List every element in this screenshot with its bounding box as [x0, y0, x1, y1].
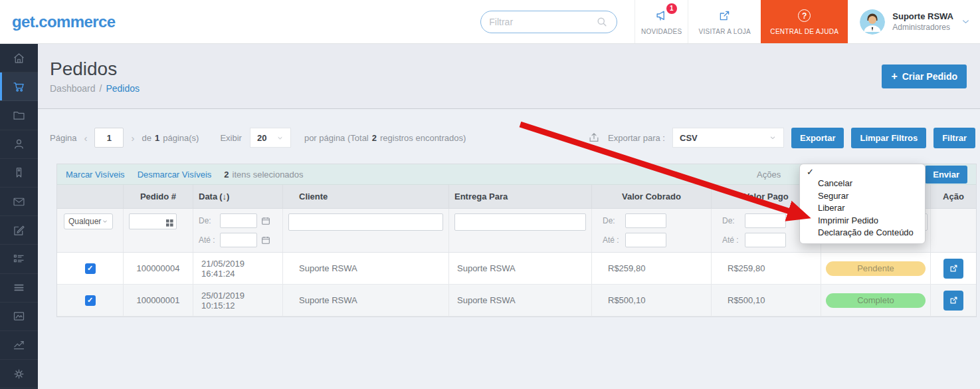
user-menu[interactable]: Suporte RSWA Administradores: [848, 0, 980, 43]
filter-type-cell: Qualquer: [57, 209, 124, 252]
total-prefix: por página (Total: [304, 133, 369, 143]
order-charged: R$500,10: [592, 285, 712, 316]
client-filter-input[interactable]: [288, 213, 443, 231]
chart-icon: [12, 338, 26, 352]
header-pedido[interactable]: Pedido #: [124, 185, 193, 208]
charged-from-label: De:: [603, 216, 621, 225]
central-ajuda-button[interactable]: CENTRAL DE AJUDA: [761, 0, 848, 43]
sidebar-item-media[interactable]: [0, 303, 38, 331]
global-search[interactable]: [480, 11, 617, 33]
avatar: [860, 9, 885, 35]
sidebar-item-reports[interactable]: [0, 331, 38, 360]
desmarcar-visiveis-link[interactable]: Desmarcar Visíveis: [138, 170, 212, 180]
exportar-button[interactable]: Exportar: [791, 128, 844, 148]
image-icon: [12, 309, 26, 323]
qualquer-value: Qualquer: [68, 217, 101, 226]
grid-icon[interactable]: [165, 219, 174, 227]
filtrar-button[interactable]: Filtrar: [933, 128, 975, 148]
qualquer-select[interactable]: Qualquer: [64, 213, 113, 229]
shipto-filter-input[interactable]: [454, 213, 586, 231]
per-page-select[interactable]: 20: [250, 128, 291, 148]
external-link-icon: [949, 263, 959, 273]
order-client: Suporte RSWA: [283, 285, 449, 316]
marcar-visiveis-link[interactable]: Marcar Visíveis: [66, 170, 125, 180]
breadcrumb-separator: /: [100, 83, 102, 94]
sidebar-item-home[interactable]: [0, 44, 38, 72]
charged-to-input[interactable]: [625, 233, 666, 247]
header-data-label: Data: [199, 192, 217, 201]
paid-to-input[interactable]: [745, 233, 786, 247]
sidebar-item-catalog[interactable]: [0, 101, 38, 130]
date-to-label: Até :: [199, 235, 217, 245]
date-to-input[interactable]: [220, 233, 257, 247]
row-checkbox[interactable]: ✓: [85, 295, 96, 306]
menu-item-declaracao-conteudo[interactable]: Declaração de Conteúdo: [800, 227, 925, 239]
selected-label: itens selecionados: [233, 170, 304, 180]
date-from-input[interactable]: [220, 213, 257, 228]
sidebar-item-forms[interactable]: [0, 245, 38, 273]
breadcrumb-current[interactable]: Pedidos: [106, 83, 140, 94]
menu-item-cancelar[interactable]: Cancelar: [800, 178, 925, 190]
breadcrumb-dashboard[interactable]: Dashboard: [50, 83, 96, 94]
sidebar-item-messages[interactable]: [0, 188, 38, 216]
visitar-loja-label: VISITAR A LOJA: [699, 28, 751, 35]
total-pages: 1: [155, 133, 159, 143]
export-format-value: CSV: [680, 133, 698, 143]
prev-page-button[interactable]: ‹: [82, 132, 88, 144]
sidebar-item-promotions[interactable]: [0, 159, 38, 188]
page-header: Pedidos Dashboard / Pedidos + Criar Pedi…: [38, 44, 980, 109]
novidades-label: NOVIDADES: [641, 28, 682, 35]
enviar-button[interactable]: Enviar: [925, 166, 967, 184]
paginas-label: página(s): [163, 133, 199, 143]
menu-item-blank[interactable]: ✓: [800, 166, 925, 178]
order-paid: R$259,80: [712, 253, 821, 284]
sidebar-item-content[interactable]: [0, 216, 38, 245]
criar-pedido-button[interactable]: + Criar Pedido: [882, 65, 967, 88]
menu-item-imprimir-pedido[interactable]: Imprimir Pedido: [800, 215, 925, 227]
header-cliente[interactable]: Cliente: [283, 185, 449, 208]
topbar: get.commerce 1 NOVIDADES: [0, 0, 980, 44]
sidebar-item-menu[interactable]: [0, 274, 38, 303]
novidades-button[interactable]: 1 NOVIDADES: [635, 0, 688, 43]
open-order-button[interactable]: [943, 259, 963, 279]
app-logo[interactable]: get.commerce: [12, 13, 116, 31]
calendar-icon[interactable]: [260, 215, 271, 226]
calendar-icon[interactable]: [260, 235, 271, 245]
filter-date-cell: De: Até :: [193, 209, 283, 252]
sidebar-item-customers[interactable]: [0, 130, 38, 159]
limpar-filtros-button[interactable]: Limpar Filtros: [851, 128, 926, 148]
total-count: 2: [372, 133, 377, 143]
paid-from-input[interactable]: [745, 213, 786, 228]
order-charged: R$259,80: [592, 253, 712, 284]
open-order-button[interactable]: [943, 291, 963, 311]
export-format-select[interactable]: CSV: [672, 128, 784, 148]
sidebar-item-settings[interactable]: [0, 360, 38, 388]
charged-from-input[interactable]: [625, 213, 666, 228]
status-badge: Completo: [826, 293, 926, 308]
user-icon: [12, 137, 26, 151]
header-data[interactable]: Data (↓): [193, 185, 283, 208]
exportar-para-label: Exportar para :: [608, 133, 665, 143]
table-row: ✓ 100000001 25/01/2019 10:15:12 Suporte …: [57, 285, 976, 317]
next-page-button[interactable]: ›: [130, 132, 136, 144]
visitar-loja-button[interactable]: VISITAR A LOJA: [688, 0, 761, 43]
folder-icon: [12, 108, 26, 122]
filter-action-cell: [931, 209, 976, 252]
order-paid: R$500,10: [712, 285, 821, 316]
menu-item-segurar[interactable]: Segurar: [800, 190, 925, 203]
badge-icon: [12, 166, 26, 180]
cart-icon: [12, 80, 26, 94]
header-entrega[interactable]: Entrega Para: [449, 185, 592, 208]
row-checkbox[interactable]: ✓: [85, 263, 96, 274]
search-input[interactable]: [489, 17, 595, 27]
page-number-input[interactable]: [94, 128, 124, 148]
order-shipto: Suporte RSWA: [449, 253, 592, 284]
upload-icon: [587, 131, 601, 144]
user-name: Suporte RSWA: [892, 11, 953, 21]
menu-item-liberar[interactable]: Liberar: [800, 202, 925, 215]
acoes-label: Ações: [757, 170, 781, 180]
plus-icon: +: [891, 70, 897, 82]
sidebar-item-orders[interactable]: [0, 72, 38, 101]
header-valor-cobrado[interactable]: Valor Cobrado: [592, 185, 712, 208]
criar-pedido-label: Criar Pedido: [902, 71, 957, 82]
